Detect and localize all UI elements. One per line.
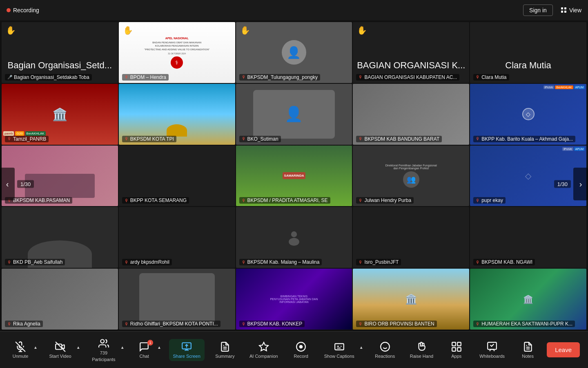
- top-bar-right: Sign in View: [523, 4, 581, 16]
- video-cell-6: 🏛️ panrb G20 BerAKHLAK 🎙 Tamzil_PANRB: [2, 84, 118, 145]
- start-video-button[interactable]: Start Video: [45, 339, 75, 361]
- chat-button[interactable]: 1 Chat: [132, 339, 156, 361]
- mic-icon-1: 🎤: [7, 75, 12, 79]
- apps-button[interactable]: Apps: [444, 339, 469, 361]
- start-video-caret[interactable]: ▲: [76, 345, 81, 350]
- video-cell-5: Clara Mutia 🎙 Clara Mutia: [470, 22, 586, 83]
- reactions-button[interactable]: Reactions: [371, 339, 399, 361]
- cell-name-label-4: 🎙 BAGIAN ORGANISASI KABUPATEN AC...: [356, 74, 459, 81]
- cell-display-name-5: Clara Mutia: [505, 60, 551, 71]
- cell-name-label-11: 🎙 BKPSDM KAB.PASAMAN: [5, 197, 72, 204]
- video-cell-3: ✋ 👤 🎙 BKPSDM_Tulungagung_pongky: [236, 22, 352, 83]
- captions-caret[interactable]: ▲: [359, 345, 364, 350]
- recording-label: Recording: [13, 7, 39, 13]
- apps-icon: [451, 341, 462, 352]
- summary-icon: [220, 341, 230, 352]
- participants-group: 739 Participants ▲: [88, 336, 125, 364]
- svg-rect-20: [452, 342, 456, 346]
- ai-companion-icon: [258, 341, 269, 352]
- video-cell-9: 🎙 BKPSDM KAB BANDUNG BARAT: [353, 84, 469, 145]
- cell-name-label-3: 🎙 BKPSDM_Tulungagung_pongky: [239, 74, 320, 81]
- record-icon: [296, 341, 306, 352]
- cell-name-label-15: 🎙 pupr ekay: [473, 197, 506, 204]
- video-cell-22: 🎙 Ridho Ghiffari_BKPSDM KOTA PONTI...: [119, 269, 235, 330]
- start-video-label: Start Video: [49, 354, 71, 359]
- start-video-group: Start Video ▲: [45, 339, 81, 361]
- record-label: Record: [294, 354, 308, 359]
- video-cell-1: ✋ Bagian Organisasi_Setd... 🎤 Bagian Org…: [2, 22, 118, 83]
- video-cell-16: 🎙 BKD PB_Aeb Saifullah: [2, 207, 118, 268]
- cell-name-label-13: 🎙 BKPSDM / PRADITA ATMASARI, SE: [239, 197, 330, 204]
- share-screen-icon: [181, 341, 192, 352]
- chat-group: 1 Chat ▲: [132, 339, 162, 361]
- summary-button[interactable]: Summary: [211, 339, 238, 361]
- cell-name-label-17: 🎙 ardy bkpsdmRohil: [122, 259, 172, 265]
- cell-name-label-2: 🎙 BPOM – Hendra: [122, 74, 169, 81]
- hand-icon-3: ✋: [240, 25, 250, 35]
- reactions-icon: [380, 341, 390, 352]
- ai-companion-button[interactable]: AI Companion: [245, 339, 282, 361]
- cell-name-label-18: 🎙 BKPSDM Kab. Malang – Maulina: [239, 259, 322, 265]
- svg-point-1: [289, 238, 299, 246]
- cell-name-label-21: 🎙 Rika Agnelia: [5, 321, 43, 327]
- cell-name-label-14: 🎙 Julwan Hendry Purba: [356, 197, 414, 204]
- chat-caret[interactable]: ▲: [156, 345, 162, 350]
- video-cell-20: 🎙 BKPSDM KAB. NGAWI: [470, 207, 586, 268]
- cell-name-label-25: 🎙 HUMAERAH EKA SAKTIWANI-PUPR K...: [473, 321, 575, 327]
- cell-name-label-23: 🎙 BKPSDM KAB. KONKEP: [239, 321, 305, 327]
- view-button[interactable]: View: [561, 7, 581, 13]
- notes-button[interactable]: Notes: [516, 339, 540, 361]
- video-cell-24: 🏛️ 🎙 BIRO ORB PROVINSI BANTEN: [353, 269, 469, 330]
- ai-companion-label: AI Companion: [249, 354, 278, 359]
- show-captions-button[interactable]: Show Captions: [320, 339, 359, 361]
- svg-rect-22: [452, 348, 456, 351]
- video-cell-10: iProVe BerAKHLAK APUM ◇ 🎙 BKPP Kab. Bari…: [470, 84, 586, 145]
- share-screen-label: Share Screen: [173, 354, 200, 359]
- video-cell-14: Direktorat Pemilihan Jabatan Fungsionald…: [353, 146, 469, 206]
- video-cell-8: 👤 🎙 BKO_Sutiman: [236, 84, 352, 145]
- cell-name-label-20: 🎙 BKPSDM KAB. NGAWI: [473, 259, 535, 265]
- video-cell-17: 🎙 ardy bkpsdmRohil: [119, 207, 235, 268]
- cell-display-name-4: BAGIAN ORGANISASI K...: [357, 60, 465, 71]
- share-screen-button[interactable]: Share Screen: [169, 339, 205, 361]
- unmute-group: Unmute ▲: [8, 339, 38, 361]
- hand-icon-2: ✋: [123, 25, 133, 35]
- prev-page-button[interactable]: ‹: [0, 168, 15, 200]
- top-bar: Recording Sign in View: [0, 0, 588, 20]
- participants-button[interactable]: 739 Participants: [88, 336, 119, 364]
- captions-icon: [334, 341, 345, 352]
- raise-hand-button[interactable]: Raise Hand: [406, 339, 437, 361]
- hand-icon-4: ✋: [357, 25, 367, 35]
- notes-icon: [523, 341, 533, 352]
- cell-name-label-9: 🎙 BKPSDM KAB BANDUNG BARAT: [356, 136, 442, 142]
- participants-caret[interactable]: ▲: [120, 345, 125, 350]
- whiteboards-button[interactable]: Whiteboards: [475, 339, 509, 361]
- video-cell-18: 🎙 BKPSDM Kab. Malang – Maulina: [236, 207, 352, 268]
- svg-point-17: [381, 342, 390, 351]
- sign-in-button[interactable]: Sign in: [523, 4, 553, 16]
- bottom-toolbar: Unmute ▲ Start Video ▲ 739 Participants: [0, 331, 588, 368]
- svg-rect-16: [335, 343, 344, 350]
- svg-rect-21: [457, 342, 461, 346]
- video-cell-11: 🎙 BKPSDM KAB.PASAMAN: [2, 146, 118, 206]
- raise-hand-icon: [416, 341, 427, 352]
- leave-button[interactable]: Leave: [547, 342, 580, 357]
- video-grid: ✋ Bagian Organisasi_Setd... 🎤 Bagian Org…: [0, 20, 588, 331]
- next-page-button[interactable]: ›: [573, 168, 588, 200]
- cell-name-label-22: 🎙 Ridho Ghiffari_BKPSDM KOTA PONTI...: [122, 321, 220, 327]
- record-button[interactable]: Record: [289, 339, 313, 361]
- unmute-label: Unmute: [13, 354, 29, 359]
- raise-hand-label: Raise Hand: [410, 354, 433, 359]
- svg-marker-13: [259, 342, 268, 351]
- unmute-caret[interactable]: ▲: [33, 345, 38, 350]
- video-cell-19: 🎙 Isro_PusbinJFT: [353, 207, 469, 268]
- cell-name-label-6: 🎙 Tamzil_PANRB: [5, 136, 49, 142]
- recording-dot: [7, 8, 11, 12]
- cell-name-label-7: 🎙 BKPSDM KOTA TPI: [122, 136, 176, 142]
- unmute-button[interactable]: Unmute: [8, 339, 33, 361]
- participants-count-label: 739: [100, 350, 107, 355]
- video-cell-13: SAMARINDA 🎙 BKPSDM / PRADITA ATMASARI, S…: [236, 146, 352, 206]
- svg-rect-23: [457, 348, 461, 351]
- participants-label: Participants: [92, 357, 115, 362]
- svg-point-15: [300, 345, 303, 348]
